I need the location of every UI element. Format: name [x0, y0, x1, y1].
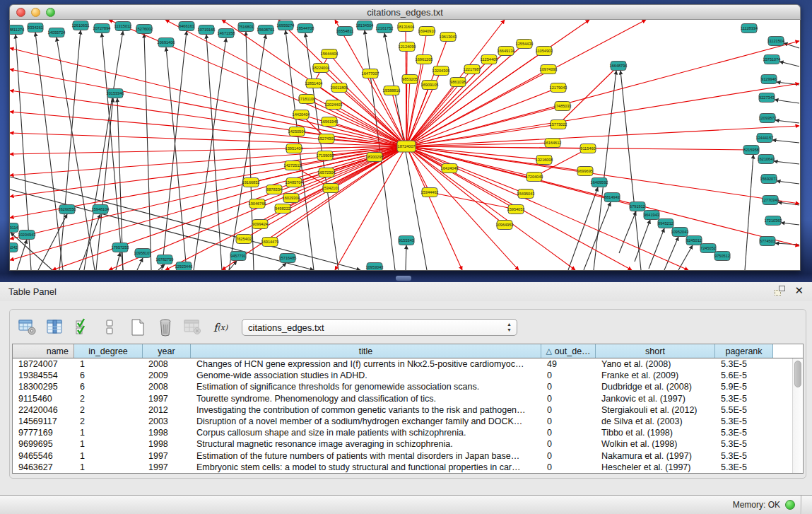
graph-edge — [775, 120, 799, 123]
graph-edge — [406, 146, 799, 204]
graph-node-label: 17159095 — [317, 153, 334, 158]
table-cell-year: 2003 — [143, 416, 191, 427]
graph-node-label: 9457791 — [230, 254, 246, 258]
graph-edge — [329, 54, 406, 146]
graph-edge — [584, 202, 611, 270]
table-options-button[interactable] — [17, 317, 38, 338]
graph-edge — [777, 82, 799, 85]
graph-node-label: 16409592 — [591, 180, 608, 185]
graph-node-label: 15342101 — [322, 186, 340, 190]
graph-edge — [84, 31, 123, 270]
column-header-pagerank[interactable]: pagerank — [715, 344, 773, 358]
table-row[interactable]: 977716911998Corpus callosum shape and si… — [13, 427, 803, 438]
column-header-year[interactable]: year — [143, 344, 191, 358]
delete-column-button[interactable] — [155, 317, 176, 338]
table-row[interactable]: 946554611997Estimation of the future num… — [13, 450, 803, 462]
graph-edge — [649, 228, 664, 269]
column-header-title[interactable]: title — [191, 344, 541, 358]
graph-edge — [619, 211, 636, 253]
network-desktop: citations_edges.txt 18811274933426114055… — [0, 0, 812, 282]
network-selector[interactable]: citations_edges.txt ▲▼ — [242, 319, 517, 336]
column-header-short[interactable]: short — [596, 344, 715, 358]
graph-node-label: 12024403 — [325, 103, 343, 107]
deselect-all-button[interactable] — [100, 317, 121, 338]
table-cell-in-degree: 1 — [74, 450, 143, 462]
table-cell-short: Wolkin et al. (1998) — [596, 438, 715, 450]
show-columns-button[interactable] — [45, 317, 66, 338]
table-cell-name: 14569117 — [13, 416, 74, 427]
column-header-label: name — [47, 346, 69, 356]
graph-node-label: 9099424 — [252, 222, 268, 226]
select-all-button[interactable] — [72, 317, 93, 338]
graph-node-label: 16572304 — [318, 170, 336, 175]
graph-node-label: 17485033 — [554, 104, 572, 108]
table-cell-pagerank: 5.3E-5 — [715, 416, 773, 427]
table-row[interactable]: 1830029562008Estimation of significance … — [13, 381, 803, 392]
table-row[interactable]: 969969511998Structural magnetic resonanc… — [13, 438, 803, 450]
column-header-filler — [773, 344, 803, 358]
graph-edge — [144, 34, 151, 270]
table-cell-in-degree: 6 — [74, 370, 143, 381]
table-cell-name: 19384554 — [13, 370, 74, 381]
delete-table-button[interactable] — [182, 317, 204, 338]
graph-node-label: 12770343 — [762, 198, 779, 202]
minimize-window-button[interactable] — [31, 8, 40, 17]
table-panel: Table Panel ✕ — [0, 282, 812, 495]
close-window-button[interactable] — [16, 8, 25, 17]
create-column-button[interactable] — [127, 317, 148, 338]
column-header-name[interactable]: name — [13, 344, 74, 358]
table-row[interactable]: 946362711997Embryonic stem cells: a mode… — [13, 462, 803, 473]
function-builder-button[interactable]: f(x) — [210, 317, 231, 338]
graph-node-label: 15274301 — [318, 136, 336, 141]
graph-node-label: 16029304 — [283, 196, 300, 200]
network-canvas[interactable]: 1881127493342611405572412610651207278941… — [9, 20, 801, 271]
table-vertical-scrollbar[interactable] — [792, 358, 803, 473]
status-bar-divider — [801, 496, 801, 514]
graph-edge — [558, 66, 618, 124]
column-header-out-de-[interactable]: △out_de… — [541, 344, 596, 358]
graph-node-label: 15716485 — [279, 256, 297, 260]
table-toolbar: f(x) citations_edges.txt ▲▼ — [17, 315, 517, 340]
graph-edge — [10, 146, 406, 260]
graph-edge — [406, 41, 799, 146]
graph-edge — [109, 20, 406, 146]
graph-edge — [772, 140, 799, 143]
table-cell-name: 9115460 — [13, 393, 74, 404]
graph-edge — [194, 38, 226, 270]
graph-node-label: 18300295 — [366, 155, 384, 159]
table-row[interactable]: 1456911722003Disruption of a novel membe… — [13, 416, 803, 427]
float-panel-icon[interactable] — [775, 286, 785, 296]
scrollbar-thumb[interactable] — [794, 361, 801, 387]
table-cell-in-degree: 2 — [74, 416, 143, 427]
graph-node-label: 19166852 — [242, 180, 260, 185]
graph-edge — [165, 20, 406, 146]
panel-splitter-handle[interactable] — [396, 276, 411, 281]
graph-edge — [35, 33, 63, 270]
table-row[interactable]: 1938455462009Genome-wide association stu… — [13, 370, 803, 381]
graph-edge — [775, 100, 799, 103]
table-cell-title: Corpus callosum shape and size in male p… — [191, 427, 541, 438]
graph-edge — [620, 71, 641, 270]
close-panel-icon[interactable]: ✕ — [794, 286, 804, 296]
column-header-in-degree[interactable]: in_degree — [74, 344, 143, 358]
graph-edge — [222, 146, 406, 270]
table-row[interactable]: 1872400712008Changes of HCN gene express… — [13, 358, 803, 370]
graph-node-label: 8878334 — [266, 187, 282, 192]
network-window-titlebar[interactable]: citations_edges.txt — [9, 4, 801, 20]
graph-edge — [784, 43, 799, 48]
graph-node-label: 16554811 — [336, 29, 353, 33]
zoom-window-button[interactable] — [46, 8, 55, 17]
table-cell-year: 1997 — [143, 393, 191, 404]
graph-node-label: 16959274 — [277, 23, 295, 28]
graph-edge — [158, 264, 165, 270]
graph-node-label: 12851404 — [305, 81, 323, 86]
graph-node-label: 16649134 — [498, 49, 515, 53]
network-window: citations_edges.txt 18811274933426114055… — [9, 4, 801, 271]
table-row[interactable]: 911546021997Tourette syndrome. Phenomeno… — [13, 393, 803, 404]
table-cell-year: 1997 — [143, 462, 191, 473]
table-cell-pagerank: 5.3E-5 — [715, 462, 773, 473]
graph-edge — [10, 112, 406, 146]
graph-node-label: 15773022 — [550, 122, 567, 127]
table-cell-out-de-: 0 — [541, 370, 596, 381]
table-row[interactable]: 2242004622012Investigating the contribut… — [13, 404, 803, 416]
